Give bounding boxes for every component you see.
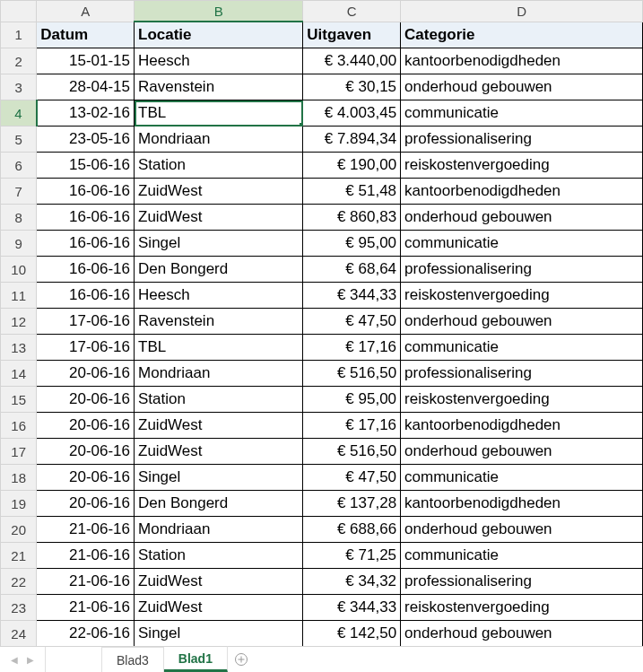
cell-C20[interactable]: € 688,66 [303,517,401,543]
cell-D8[interactable]: onderhoud gebouwen [401,205,643,231]
cell-B24[interactable]: Singel [135,621,303,647]
cell-B14[interactable]: Mondriaan [135,361,303,387]
cell-B2[interactable]: Heesch [135,48,303,74]
sheet-nav-arrows[interactable]: ◀ ▶ [0,647,46,672]
cell-B5[interactable]: Mondriaan [135,127,303,153]
row-header-19[interactable]: 19 [1,491,37,517]
cell-A22[interactable]: 21-06-16 [37,569,135,595]
cell-B23[interactable]: ZuidWest [135,595,303,621]
cell-C5[interactable]: € 7.894,34 [303,127,401,153]
cell-C6[interactable]: € 190,00 [303,153,401,179]
cell-A1[interactable]: Datum [37,22,135,48]
row-header-12[interactable]: 12 [1,309,37,335]
spreadsheet-grid[interactable]: A B C D 1DatumLocatieUitgavenCategorie21… [0,0,643,647]
cell-B16[interactable]: ZuidWest [135,413,303,439]
cell-C12[interactable]: € 47,50 [303,309,401,335]
cell-B12[interactable]: Ravenstein [135,309,303,335]
cell-A15[interactable]: 20-06-16 [37,387,135,413]
cell-B20[interactable]: Mondriaan [135,517,303,543]
cell-C18[interactable]: € 47,50 [303,465,401,491]
row-header-7[interactable]: 7 [1,179,37,205]
cell-D3[interactable]: onderhoud gebouwen [401,74,643,100]
cell-A7[interactable]: 16-06-16 [37,179,135,205]
row-header-11[interactable]: 11 [1,283,37,309]
cell-B1[interactable]: Locatie [135,22,303,48]
row-header-3[interactable]: 3 [1,74,37,100]
cell-B11[interactable]: Heesch [135,283,303,309]
cell-A12[interactable]: 17-06-16 [37,309,135,335]
cell-B10[interactable]: Den Bongerd [135,257,303,283]
cell-A20[interactable]: 21-06-16 [37,517,135,543]
cell-A11[interactable]: 16-06-16 [37,283,135,309]
cell-A3[interactable]: 28-04-15 [37,74,135,100]
cell-D22[interactable]: professionalisering [401,569,643,595]
cell-A5[interactable]: 23-05-16 [37,127,135,153]
cell-B13[interactable]: TBL [135,335,303,361]
col-header-B[interactable]: B [135,1,303,22]
row-header-23[interactable]: 23 [1,595,37,621]
cell-A2[interactable]: 15-01-15 [37,48,135,74]
cell-D6[interactable]: reiskostenvergoeding [401,153,643,179]
row-header-16[interactable]: 16 [1,413,37,439]
col-header-A[interactable]: A [37,1,135,22]
cell-D13[interactable]: communicatie [401,335,643,361]
cell-A19[interactable]: 20-06-16 [37,491,135,517]
row-header-8[interactable]: 8 [1,205,37,231]
cell-B8[interactable]: ZuidWest [135,205,303,231]
cell-A16[interactable]: 20-06-16 [37,413,135,439]
cell-B7[interactable]: ZuidWest [135,179,303,205]
row-header-1[interactable]: 1 [1,22,37,48]
cell-A17[interactable]: 20-06-16 [37,439,135,465]
row-header-14[interactable]: 14 [1,361,37,387]
cell-B22[interactable]: ZuidWest [135,569,303,595]
cell-C16[interactable]: € 17,16 [303,413,401,439]
cell-B9[interactable]: Singel [135,231,303,257]
cell-D21[interactable]: communicatie [401,543,643,569]
row-header-5[interactable]: 5 [1,127,37,153]
cell-A24[interactable]: 22-06-16 [37,621,135,647]
cell-B4[interactable]: TBL [135,100,303,127]
cell-B21[interactable]: Station [135,543,303,569]
row-header-17[interactable]: 17 [1,439,37,465]
cell-C15[interactable]: € 95,00 [303,387,401,413]
row-header-9[interactable]: 9 [1,231,37,257]
row-header-21[interactable]: 21 [1,543,37,569]
cell-D1[interactable]: Categorie [401,22,643,48]
cell-D17[interactable]: onderhoud gebouwen [401,439,643,465]
cell-A10[interactable]: 16-06-16 [37,257,135,283]
cell-A6[interactable]: 15-06-16 [37,153,135,179]
row-header-6[interactable]: 6 [1,153,37,179]
cell-C23[interactable]: € 344,33 [303,595,401,621]
cell-C24[interactable]: € 142,50 [303,621,401,647]
row-header-15[interactable]: 15 [1,387,37,413]
cell-B15[interactable]: Station [135,387,303,413]
cell-A21[interactable]: 21-06-16 [37,543,135,569]
cell-D14[interactable]: professionalisering [401,361,643,387]
cell-D10[interactable]: professionalisering [401,257,643,283]
cell-D16[interactable]: kantoorbenodigdheden [401,413,643,439]
cell-C10[interactable]: € 68,64 [303,257,401,283]
cell-D7[interactable]: kantoorbenodigdheden [401,179,643,205]
cell-B3[interactable]: Ravenstein [135,74,303,100]
cell-D19[interactable]: kantoorbenodigdheden [401,491,643,517]
cell-C7[interactable]: € 51,48 [303,179,401,205]
cell-A4[interactable]: 13-02-16 [37,100,135,127]
cell-A18[interactable]: 20-06-16 [37,465,135,491]
row-header-2[interactable]: 2 [1,48,37,74]
select-all-corner[interactable] [1,1,37,22]
cell-B18[interactable]: Singel [135,465,303,491]
cell-D15[interactable]: reiskostenvergoeding [401,387,643,413]
cell-D23[interactable]: reiskostenvergoeding [401,595,643,621]
cell-A9[interactable]: 16-06-16 [37,231,135,257]
cell-C21[interactable]: € 71,25 [303,543,401,569]
sheet-tab-blad3[interactable]: Blad3 [102,647,164,672]
cell-B6[interactable]: Station [135,153,303,179]
cell-C3[interactable]: € 30,15 [303,74,401,100]
sheet-tab-blad1[interactable]: Blad1 [164,646,228,672]
cell-C13[interactable]: € 17,16 [303,335,401,361]
cell-D4[interactable]: communicatie [401,100,643,127]
cell-C22[interactable]: € 34,32 [303,569,401,595]
row-header-13[interactable]: 13 [1,335,37,361]
cell-A8[interactable]: 16-06-16 [37,205,135,231]
cell-A23[interactable]: 21-06-16 [37,595,135,621]
